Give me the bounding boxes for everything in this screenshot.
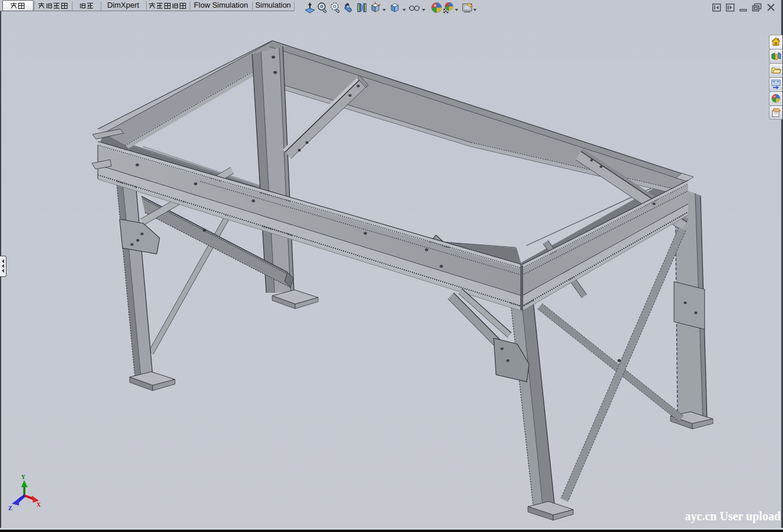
svg-text:Z: Z [8, 505, 12, 511]
svg-text:Y: Y [21, 474, 26, 480]
svg-text:X: X [37, 501, 41, 508]
